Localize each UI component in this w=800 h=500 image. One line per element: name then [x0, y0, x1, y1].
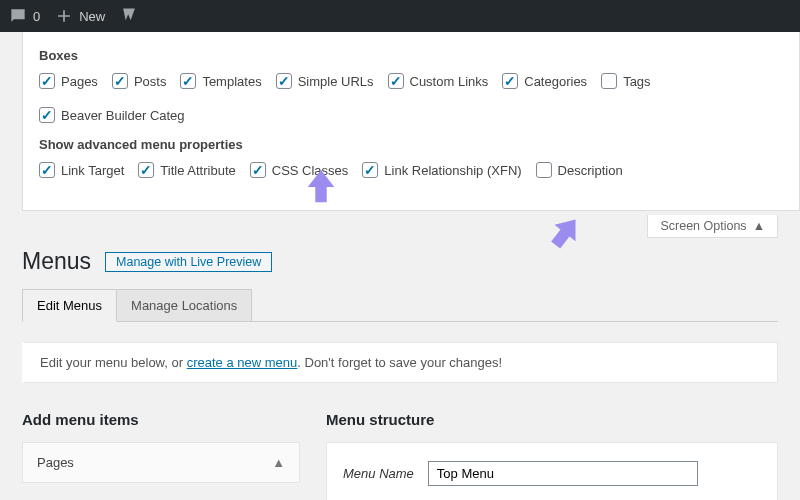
box-checkbox-label: Posts: [134, 74, 167, 89]
box-checkbox-input[interactable]: [388, 73, 404, 89]
box-checkbox-label: Templates: [202, 74, 261, 89]
advanced-heading: Show advanced menu properties: [39, 137, 783, 152]
tabs: Edit MenusManage Locations: [22, 289, 778, 322]
box-checkbox-input[interactable]: [112, 73, 128, 89]
accordion-label: Pages: [37, 455, 74, 470]
info-notice: Edit your menu below, or create a new me…: [22, 342, 778, 383]
adv-checkbox[interactable]: Description: [536, 162, 623, 178]
tab-manage-locations[interactable]: Manage Locations: [117, 289, 252, 322]
boxes-heading: Boxes: [39, 48, 783, 63]
box-checkbox-label: Pages: [61, 74, 98, 89]
screen-options-label: Screen Options: [660, 219, 746, 233]
box-checkbox[interactable]: Beaver Builder Categ: [39, 107, 185, 123]
create-menu-link[interactable]: create a new menu: [187, 355, 298, 370]
adv-checkbox-input[interactable]: [39, 162, 55, 178]
adv-checkbox-input[interactable]: [362, 162, 378, 178]
menu-name-label: Menu Name: [343, 466, 414, 481]
box-checkbox-label: Beaver Builder Categ: [61, 108, 185, 123]
comments-count: 0: [33, 9, 40, 24]
screen-options-toggle[interactable]: Screen Options ▲: [647, 215, 778, 238]
caret-up-icon: ▲: [753, 219, 765, 233]
boxes-row: PagesPostsTemplatesSimple URLsCustom Lin…: [39, 73, 783, 123]
caret-up-icon: ▲: [272, 455, 285, 470]
box-checkbox-input[interactable]: [502, 73, 518, 89]
box-checkbox-input[interactable]: [276, 73, 292, 89]
comment-icon: [8, 6, 28, 26]
box-checkbox[interactable]: Custom Links: [388, 73, 489, 89]
structure-box: Menu Name: [326, 442, 778, 500]
box-checkbox-label: Simple URLs: [298, 74, 374, 89]
adv-checkbox[interactable]: Link Target: [39, 162, 124, 178]
adv-checkbox-label: Link Relationship (XFN): [384, 163, 521, 178]
adv-checkbox-label: Description: [558, 163, 623, 178]
box-checkbox-label: Categories: [524, 74, 587, 89]
adv-checkbox-input[interactable]: [138, 162, 154, 178]
plus-icon: [54, 6, 74, 26]
adv-checkbox[interactable]: CSS Classes: [250, 162, 349, 178]
box-checkbox-label: Custom Links: [410, 74, 489, 89]
box-checkbox[interactable]: Pages: [39, 73, 98, 89]
adv-checkbox[interactable]: Link Relationship (XFN): [362, 162, 521, 178]
tab-edit-menus[interactable]: Edit Menus: [22, 289, 117, 322]
box-checkbox[interactable]: Simple URLs: [276, 73, 374, 89]
pages-accordion[interactable]: Pages ▲: [22, 442, 300, 483]
box-checkbox[interactable]: Categories: [502, 73, 587, 89]
page-title: Menus: [22, 248, 91, 275]
menu-structure-heading: Menu structure: [326, 411, 778, 428]
box-checkbox[interactable]: Posts: [112, 73, 167, 89]
new-label: New: [79, 9, 105, 24]
yoast-item[interactable]: [119, 6, 139, 26]
adv-checkbox-label: Link Target: [61, 163, 124, 178]
admin-bar: 0 New: [0, 0, 800, 32]
box-checkbox-input[interactable]: [39, 73, 55, 89]
new-item[interactable]: New: [54, 6, 105, 26]
adv-checkbox-label: CSS Classes: [272, 163, 349, 178]
live-preview-button[interactable]: Manage with Live Preview: [105, 252, 272, 272]
box-checkbox[interactable]: Templates: [180, 73, 261, 89]
adv-checkbox-input[interactable]: [250, 162, 266, 178]
advanced-row: Link TargetTitle AttributeCSS ClassesLin…: [39, 162, 783, 178]
box-checkbox-input[interactable]: [180, 73, 196, 89]
add-items-heading: Add menu items: [22, 411, 300, 428]
adv-checkbox-label: Title Attribute: [160, 163, 235, 178]
box-checkbox-label: Tags: [623, 74, 650, 89]
info-prefix: Edit your menu below, or: [40, 355, 187, 370]
menu-name-input[interactable]: [428, 461, 698, 486]
box-checkbox-input[interactable]: [601, 73, 617, 89]
yoast-icon: [119, 6, 139, 26]
adv-checkbox[interactable]: Title Attribute: [138, 162, 235, 178]
box-checkbox[interactable]: Tags: [601, 73, 650, 89]
box-checkbox-input[interactable]: [39, 107, 55, 123]
adv-checkbox-input[interactable]: [536, 162, 552, 178]
info-suffix: . Don't forget to save your changes!: [297, 355, 502, 370]
screen-options-panel: Boxes PagesPostsTemplatesSimple URLsCust…: [22, 32, 800, 211]
comments-item[interactable]: 0: [8, 6, 40, 26]
